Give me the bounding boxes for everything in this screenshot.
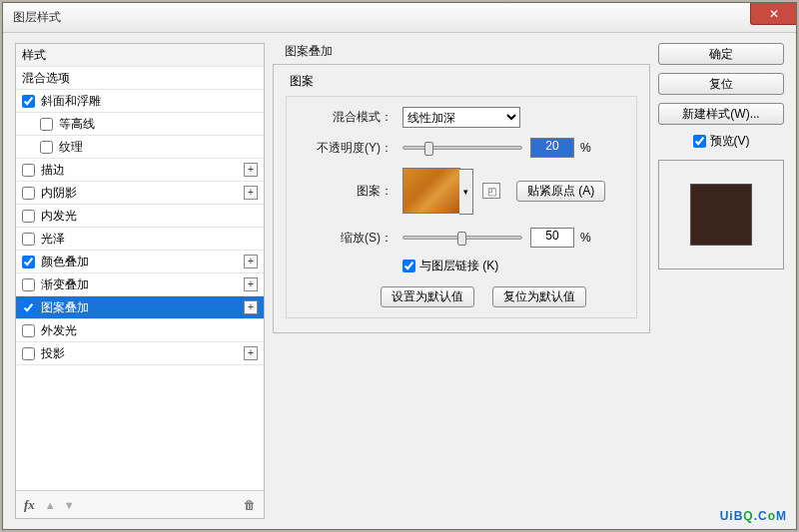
style-bevel-checkbox[interactable] bbox=[22, 95, 35, 108]
settings-panel: 图案叠加 图案 混合模式： 线性加深 不透明度(Y)： bbox=[265, 33, 658, 529]
new-style-button[interactable]: 新建样式(W)... bbox=[658, 103, 784, 125]
style-pattern-overlay-checkbox[interactable] bbox=[22, 301, 35, 314]
link-label: 与图层链接 (K) bbox=[419, 258, 498, 274]
pattern-row: 图案： ▾ ◰ 贴紧原点 (A) bbox=[301, 168, 622, 214]
add-pattern-overlay-icon[interactable]: + bbox=[244, 300, 258, 314]
pattern-swatch[interactable]: ▾ bbox=[402, 168, 460, 214]
style-color-overlay[interactable]: 颜色叠加 + bbox=[16, 251, 264, 273]
add-inner-shadow-icon[interactable]: + bbox=[244, 186, 258, 200]
style-gradient-overlay[interactable]: 渐变叠加 + bbox=[16, 273, 264, 296]
close-icon: ✕ bbox=[769, 7, 779, 21]
opacity-unit: % bbox=[580, 141, 591, 155]
right-panel: 确定 复位 新建样式(W)... 预览(V) bbox=[658, 33, 796, 529]
pattern-label: 图案： bbox=[301, 183, 393, 200]
reset-default-button[interactable]: 复位为默认值 bbox=[492, 286, 586, 307]
scale-slider[interactable] bbox=[402, 236, 522, 240]
scale-input[interactable]: 50 bbox=[530, 228, 574, 248]
pattern-dropdown-icon[interactable]: ▾ bbox=[459, 169, 473, 215]
titlebar[interactable]: 图层样式 ✕ bbox=[3, 3, 796, 33]
style-gradient-overlay-checkbox[interactable] bbox=[22, 278, 35, 291]
style-satin[interactable]: 光泽 bbox=[16, 228, 264, 251]
opacity-slider[interactable] bbox=[402, 146, 522, 150]
group-title: 图案叠加 bbox=[285, 43, 650, 60]
blend-mode-select[interactable]: 线性加深 bbox=[402, 107, 520, 128]
style-texture-checkbox[interactable] bbox=[40, 141, 53, 154]
preview-box bbox=[658, 160, 784, 269]
preview-swatch bbox=[690, 184, 752, 246]
new-preset-icon[interactable]: ◰ bbox=[482, 183, 500, 199]
scale-slider-thumb[interactable] bbox=[457, 232, 466, 246]
blending-options-row[interactable]: 混合选项 bbox=[16, 67, 264, 90]
pattern-overlay-panel: 图案 混合模式： 线性加深 不透明度(Y)： 20 % bbox=[273, 64, 650, 333]
opacity-input[interactable]: 20 bbox=[530, 138, 574, 158]
style-contour[interactable]: 等高线 bbox=[16, 113, 264, 136]
dialog-window: 图层样式 ✕ 样式 混合选项 斜面和浮雕 等高线 bbox=[2, 2, 797, 530]
style-stroke-checkbox[interactable] bbox=[22, 164, 35, 177]
link-with-layer-checkbox[interactable] bbox=[402, 260, 415, 272]
add-stroke-icon[interactable]: + bbox=[244, 163, 258, 177]
style-color-overlay-checkbox[interactable] bbox=[22, 256, 35, 268]
blend-mode-label: 混合模式： bbox=[301, 109, 393, 126]
blend-mode-row: 混合模式： 线性加深 bbox=[301, 107, 622, 128]
style-inner-glow[interactable]: 内发光 bbox=[16, 205, 264, 228]
scale-row: 缩放(S)： 50 % bbox=[301, 228, 622, 248]
add-color-overlay-icon[interactable]: + bbox=[244, 255, 258, 268]
sub-title: 图案 bbox=[290, 73, 637, 90]
styles-list: 样式 混合选项 斜面和浮雕 等高线 纹理 bbox=[16, 44, 264, 490]
style-outer-glow-checkbox[interactable] bbox=[22, 324, 35, 337]
reset-button[interactable]: 复位 bbox=[658, 73, 784, 95]
default-buttons-row: 设置为默认值 复位为默认值 bbox=[381, 286, 622, 307]
style-stroke[interactable]: 描边 + bbox=[16, 159, 264, 182]
styles-sidebar: 样式 混合选项 斜面和浮雕 等高线 纹理 bbox=[15, 43, 265, 519]
opacity-label: 不透明度(Y)： bbox=[301, 140, 393, 157]
styles-footer: fx ▲ ▼ 🗑 bbox=[16, 490, 264, 518]
style-drop-shadow[interactable]: 投影 + bbox=[16, 342, 264, 365]
style-satin-checkbox[interactable] bbox=[22, 233, 35, 246]
style-inner-glow-checkbox[interactable] bbox=[22, 210, 35, 223]
arrow-up-icon[interactable]: ▲ bbox=[45, 499, 56, 511]
preview-label: 预览(V) bbox=[710, 133, 750, 150]
dialog-content: 样式 混合选项 斜面和浮雕 等高线 纹理 bbox=[3, 33, 796, 529]
styles-header[interactable]: 样式 bbox=[16, 44, 264, 67]
trash-icon[interactable]: 🗑 bbox=[244, 498, 256, 512]
style-bevel[interactable]: 斜面和浮雕 bbox=[16, 90, 264, 113]
snap-origin-button[interactable]: 贴紧原点 (A) bbox=[516, 181, 605, 202]
preview-checkbox[interactable] bbox=[693, 135, 706, 148]
ok-button[interactable]: 确定 bbox=[658, 43, 784, 65]
opacity-row: 不透明度(Y)： 20 % bbox=[301, 138, 622, 158]
style-contour-checkbox[interactable] bbox=[40, 118, 53, 131]
fx-icon[interactable]: fx bbox=[24, 497, 35, 513]
style-texture[interactable]: 纹理 bbox=[16, 136, 264, 159]
opacity-slider-thumb[interactable] bbox=[424, 142, 433, 156]
style-inner-shadow[interactable]: 内阴影 + bbox=[16, 182, 264, 205]
set-default-button[interactable]: 设置为默认值 bbox=[381, 286, 474, 307]
pattern-settings: 混合模式： 线性加深 不透明度(Y)： 20 % bbox=[286, 96, 637, 318]
scale-unit: % bbox=[580, 231, 591, 245]
close-button[interactable]: ✕ bbox=[750, 3, 796, 25]
scale-label: 缩放(S)： bbox=[301, 230, 393, 247]
arrow-down-icon[interactable]: ▼ bbox=[64, 499, 75, 511]
style-outer-glow[interactable]: 外发光 bbox=[16, 319, 264, 342]
preview-row: 预览(V) bbox=[658, 133, 784, 150]
style-pattern-overlay[interactable]: 图案叠加 + bbox=[16, 296, 264, 319]
watermark: UiBQ.CoM bbox=[720, 500, 787, 526]
window-title: 图层样式 bbox=[13, 9, 61, 26]
add-gradient-overlay-icon[interactable]: + bbox=[244, 277, 258, 291]
add-drop-shadow-icon[interactable]: + bbox=[244, 346, 258, 360]
link-row: 与图层链接 (K) bbox=[402, 258, 622, 274]
style-inner-shadow-checkbox[interactable] bbox=[22, 187, 35, 200]
style-drop-shadow-checkbox[interactable] bbox=[22, 347, 35, 360]
